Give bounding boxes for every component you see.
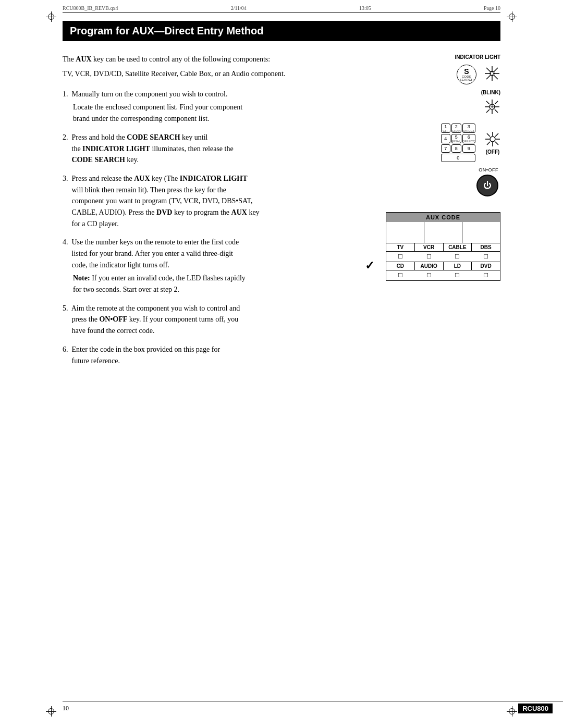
aux-check-cable: ☐: [443, 253, 472, 260]
aux-header-ld: LD: [444, 262, 472, 270]
off-label: (OFF): [486, 149, 500, 155]
numpad-table: 1CH- 2CHAN 3DIRECT 4 5FINAL 6SELECT 7 8: [440, 122, 476, 163]
numpad: 1CH- 2CHAN 3DIRECT 4 5FINAL 6SELECT 7 8: [440, 122, 476, 163]
blink-starburst: [484, 98, 500, 117]
indicator-label: INDICATOR LIGHT: [381, 54, 500, 60]
step-1: 1. Manually turn on the component you wi…: [63, 89, 375, 125]
footer: 10 RCU800: [63, 701, 563, 713]
svg-line-24: [487, 133, 490, 137]
aux-check-ld: ☐: [443, 272, 472, 279]
aux-header-vcr: VCR: [415, 243, 444, 251]
dvd-bold: DVD: [156, 208, 172, 216]
svg-line-15: [495, 101, 498, 104]
main-content: Program for AUX—Direct Entry Method The …: [63, 21, 500, 374]
code-search-s: S: [464, 68, 469, 75]
content-wrapper: The AUX key can be used to control any o…: [63, 54, 500, 374]
aux-checkboxes-row2: ☐ ☐ ☐ ☐: [386, 270, 500, 280]
aux-code-title: AUX CODE: [386, 213, 500, 222]
numpad-key-4: 4: [441, 134, 450, 143]
step-4-text: 4. Use the number keys on the remote to …: [63, 237, 375, 270]
step-1-text: 1. Manually turn on the component you wi…: [63, 89, 375, 100]
indicator-starburst-1: [484, 65, 500, 84]
aux-bold-intro: AUX: [76, 55, 91, 63]
aux-code-boxes: [386, 222, 500, 243]
code-search-label: CODE SEARCH: [457, 75, 476, 81]
step-5: 5. Aim the remote at the component you w…: [63, 303, 375, 337]
power-icon: ⏻: [483, 181, 492, 190]
steps-area: 1. Manually turn on the component you wi…: [63, 89, 375, 366]
footer-page-number: 10: [63, 705, 69, 712]
numpad-key-0: 0: [441, 154, 475, 162]
step-4-note: Note: If you enter an invalid code, the …: [73, 273, 375, 295]
numpad-row-0: 0: [441, 154, 475, 162]
crosshair-top-right: [507, 11, 517, 22]
onoff-label: ON•OFF: [381, 167, 498, 172]
off-section: (OFF): [485, 131, 500, 155]
numpad-section: 1CH- 2CHAN 3DIRECT 4 5FINAL 6SELECT 7 8: [381, 122, 500, 163]
aux-headers-row1: TV VCR CABLE DBS: [386, 243, 500, 252]
aux-box-3: [462, 222, 500, 243]
checkmark-icon: ✓: [365, 259, 374, 273]
aux-check-dbs: ☐: [472, 253, 500, 260]
crosshair-bottom-left: [46, 706, 56, 717]
crosshair-top-left: [46, 11, 56, 22]
numpad-row-1: 1CH- 2CHAN 3DIRECT: [441, 124, 475, 133]
svg-line-5: [494, 75, 498, 79]
intro-line2: TV, VCR, DVD/CD, Satellite Receiver, Cab…: [63, 68, 297, 80]
blink-starburst-row: [381, 98, 500, 117]
header-time: 13:05: [359, 5, 371, 11]
aux-header-dbs: DBS: [472, 243, 500, 251]
step-2: 2. Press and hold the CODE SEARCH key un…: [63, 132, 375, 166]
svg-point-28: [490, 137, 495, 142]
numpad-key-9: 9: [462, 144, 475, 153]
svg-line-26: [495, 133, 498, 137]
aux-check-cd: ☐: [386, 272, 415, 279]
right-column: INDICATOR LIGHT S CODE SEARCH: [375, 54, 500, 374]
svg-line-4: [486, 68, 491, 72]
aux-bold-3: AUX: [134, 175, 150, 182]
code-search-bold-1: CODE SEARCH: [127, 133, 180, 141]
aux-header-cable: CABLE: [444, 243, 472, 251]
blink-section: (BLINK): [381, 90, 500, 117]
step-1-indent: Locate the enclosed component list. Find…: [73, 102, 375, 124]
header-line: RCU800B_IB_REVB.qx4 2/11/04 13:05 Page 1…: [63, 5, 500, 13]
numpad-key-5: 5FINAL: [451, 134, 461, 143]
indicator-light-bold: INDICATOR LIGHT: [82, 145, 150, 153]
numpad-key-3: 3DIRECT: [462, 124, 475, 133]
aux-code-container: ✓ AUX CODE TV VCR CABLE D: [381, 212, 500, 281]
indicator-section: INDICATOR LIGHT S CODE SEARCH: [381, 54, 500, 84]
svg-line-6: [494, 68, 498, 72]
step-4: 4. Use the number keys on the remote to …: [63, 237, 375, 295]
aux-check-audio: ☐: [415, 272, 444, 279]
step-6: 6. Enter the code in the box provided on…: [63, 344, 375, 366]
aux-header-audio: AUDIO: [415, 262, 444, 270]
code-search-button: S CODE SEARCH: [457, 65, 476, 84]
header-page: Page 10: [484, 5, 500, 11]
aux-code-table: AUX CODE TV VCR CABLE DBS: [386, 212, 500, 281]
aux-check-tv: ☐: [386, 253, 415, 260]
aux-header-dvd: DVD: [472, 262, 500, 270]
numpad-key-1: 1CH-: [441, 124, 450, 133]
header-date: 2/11/04: [231, 5, 247, 11]
numpad-key-8: 8: [451, 144, 461, 153]
blink-label: (BLINK): [381, 90, 500, 95]
aux-checkboxes-row1: ☐ ☐ ☐ ☐: [386, 252, 500, 262]
aux-box-1: [386, 222, 424, 243]
aux-check-dvd: ☐: [472, 272, 500, 279]
numpad-key-6: 6SELECT: [462, 134, 475, 143]
onoff-button: ⏻: [476, 175, 498, 196]
rcu800-badge: RCU800: [518, 704, 553, 713]
step-5-text: 5. Aim the remote at the component you w…: [63, 303, 375, 337]
aux-headers-row2: CD AUDIO LD DVD: [386, 262, 500, 270]
svg-line-27: [487, 142, 490, 145]
intro-line1: The AUX key can be used to control any o…: [63, 54, 297, 65]
off-starburst: [485, 131, 500, 149]
numpad-row-3: 7 8 9: [441, 144, 475, 153]
onoff-section: ON•OFF ⏻: [381, 167, 500, 196]
aux-header-cd: CD: [386, 262, 415, 270]
step-2-text: 2. Press and hold the CODE SEARCH key un…: [63, 132, 375, 166]
footer-brand-area: RCU800: [517, 704, 553, 713]
left-column: The AUX key can be used to control any o…: [63, 54, 375, 374]
svg-line-7: [486, 75, 491, 79]
numpad-key-2: 2CHAN: [451, 124, 461, 133]
